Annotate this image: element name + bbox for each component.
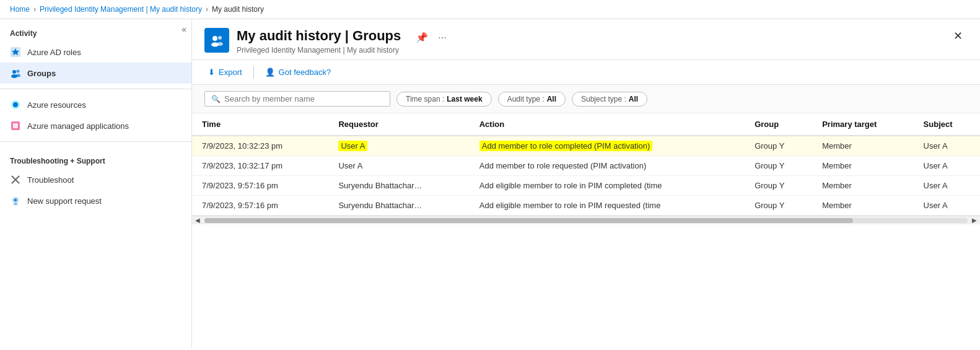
- cell-action: Add eligible member to role in PIM reque…: [470, 196, 745, 216]
- cell-action: Add member to role requested (PIM activa…: [470, 156, 745, 176]
- toolbar: ⬇ Export 👤 Got feedback?: [192, 60, 980, 85]
- sidebar-item-azure-ad-roles-label: Azure AD roles: [27, 48, 81, 57]
- page-header-left: My audit history | Groups 📌 ··· Privileg…: [204, 27, 449, 55]
- export-button[interactable]: ⬇ Export: [204, 65, 246, 79]
- table-row: 7/9/2023, 9:57:16 pmSuryendu Bhattachar……: [192, 196, 980, 216]
- cell-subject: User A: [914, 156, 980, 176]
- sidebar-collapse-button[interactable]: «: [182, 24, 186, 34]
- cell-group: Group Y: [745, 176, 812, 196]
- cell-group: Group Y: [745, 136, 812, 156]
- timespan-filter[interactable]: Time span : Last week: [396, 92, 492, 107]
- scroll-right-arrow[interactable]: ▶: [970, 216, 979, 225]
- cell-time: 7/9/2023, 10:32:17 pm: [192, 156, 328, 176]
- svg-point-18: [217, 42, 223, 46]
- scrollbar-track[interactable]: [204, 218, 968, 223]
- more-button[interactable]: ···: [435, 31, 448, 45]
- audittype-filter[interactable]: Audit type : All: [498, 92, 566, 107]
- scroll-left-arrow[interactable]: ◀: [193, 216, 202, 225]
- sidebar-item-troubleshoot[interactable]: Troubleshoot: [0, 169, 191, 190]
- cell-requestor: Suryendu Bhattachar…: [328, 176, 469, 196]
- table-container: Time Requestor Action Group Primary targ…: [192, 113, 980, 348]
- svg-point-2: [12, 70, 16, 74]
- horizontal-scrollbar[interactable]: ◀ ▶: [192, 216, 980, 224]
- sidebar-item-azure-resources-label: Azure resources: [27, 100, 86, 110]
- scrollbar-thumb[interactable]: [204, 218, 853, 223]
- svg-rect-9: [13, 123, 18, 128]
- search-icon: 🔍: [211, 95, 221, 103]
- table-row: 7/9/2023, 9:57:16 pmSuryendu Bhattachar……: [192, 176, 980, 196]
- cell-subject: User A: [914, 196, 980, 216]
- page-header: My audit history | Groups 📌 ··· Privileg…: [192, 19, 980, 60]
- page-header-actions: 📌 ···: [413, 30, 448, 45]
- cell-action: Add member to role completed (PIM activa…: [470, 136, 745, 156]
- col-subject: Subject: [914, 113, 980, 136]
- filter-row: 🔍 Time span : Last week Audit type : All…: [192, 85, 980, 113]
- breadcrumb-home[interactable]: Home: [10, 5, 30, 14]
- main-layout: « Activity Azure AD roles Group: [0, 19, 980, 348]
- cell-requestor: User A: [328, 136, 469, 156]
- audittype-value: All: [547, 95, 556, 103]
- sidebar-item-groups[interactable]: Groups: [0, 63, 191, 84]
- col-requestor: Requestor: [328, 113, 469, 136]
- page-header-text: My audit history | Groups 📌 ··· Privileg…: [237, 27, 449, 55]
- sidebar-section-activity: Activity: [0, 19, 191, 42]
- sidebar-item-azure-resources[interactable]: Azure resources: [0, 94, 191, 115]
- pin-button[interactable]: 📌: [413, 30, 431, 45]
- sidebar-item-groups-label: Groups: [27, 69, 56, 78]
- close-button[interactable]: ✕: [948, 27, 968, 45]
- feedback-label: Got feedback?: [279, 68, 331, 77]
- subjecttype-value: All: [629, 95, 638, 103]
- cell-action: Add eligible member to role in PIM compl…: [470, 176, 745, 196]
- page-title: My audit history | Groups: [237, 28, 401, 44]
- cell-group: Group Y: [745, 156, 812, 176]
- svg-point-15: [212, 36, 217, 41]
- content-area: My audit history | Groups 📌 ··· Privileg…: [192, 19, 980, 348]
- sidebar-item-troubleshoot-label: Troubleshoot: [27, 175, 74, 185]
- svg-point-16: [218, 36, 222, 40]
- table-row: 7/9/2023, 10:32:23 pmUser AAdd member to…: [192, 136, 980, 156]
- col-group: Group: [745, 113, 812, 136]
- toolbar-separator: [253, 66, 254, 79]
- audit-table: Time Requestor Action Group Primary targ…: [192, 113, 980, 216]
- ad-roles-icon: [10, 46, 21, 58]
- audittype-label: Audit type :: [507, 95, 545, 103]
- feedback-button[interactable]: 👤 Got feedback?: [261, 65, 335, 79]
- cell-primary-target: Member: [812, 156, 913, 176]
- cell-time: 7/9/2023, 10:32:23 pm: [192, 136, 328, 156]
- cell-requestor: User A: [328, 156, 469, 176]
- table-row: 7/9/2023, 10:32:17 pmUser AAdd member to…: [192, 156, 980, 176]
- subjecttype-filter[interactable]: Subject type : All: [572, 92, 647, 107]
- timespan-label: Time span :: [406, 95, 444, 103]
- page-subtitle: Privileged Identity Management | My audi…: [237, 46, 449, 55]
- breadcrumb-pim[interactable]: Privileged Identity Management | My audi…: [40, 5, 202, 14]
- sidebar-item-azure-managed[interactable]: Azure managed applications: [0, 115, 191, 136]
- cell-time: 7/9/2023, 9:57:16 pm: [192, 196, 328, 216]
- svg-point-5: [15, 74, 20, 77]
- sidebar-item-azure-managed-label: Azure managed applications: [27, 121, 129, 131]
- cell-primary-target: Member: [812, 136, 913, 156]
- export-icon: ⬇: [208, 68, 215, 77]
- cell-primary-target: Member: [812, 176, 913, 196]
- svg-point-13: [14, 199, 17, 201]
- sidebar-item-azure-ad-roles[interactable]: Azure AD roles: [0, 42, 191, 63]
- breadcrumb: Home › Privileged Identity Management | …: [0, 0, 980, 19]
- cell-primary-target: Member: [812, 196, 913, 216]
- cell-subject: User A: [914, 136, 980, 156]
- sidebar-item-new-support-label: New support request: [27, 196, 102, 206]
- page-icon: [204, 28, 229, 53]
- search-input[interactable]: [224, 94, 383, 103]
- svg-point-3: [17, 70, 20, 73]
- export-label: Export: [219, 68, 242, 77]
- sidebar-item-new-support[interactable]: New support request: [0, 190, 191, 211]
- svg-point-7: [13, 102, 18, 107]
- support-icon: [10, 195, 21, 206]
- sidebar-section-troubleshooting: Troubleshooting + Support: [0, 147, 191, 169]
- search-box: 🔍: [204, 91, 390, 107]
- groups-icon: [10, 68, 21, 79]
- col-time: Time: [192, 113, 328, 136]
- feedback-icon: 👤: [265, 68, 275, 77]
- sidebar-divider-1: [0, 89, 191, 89]
- troubleshoot-icon: [10, 174, 21, 185]
- timespan-value: Last week: [447, 95, 482, 103]
- svg-rect-14: [14, 203, 17, 205]
